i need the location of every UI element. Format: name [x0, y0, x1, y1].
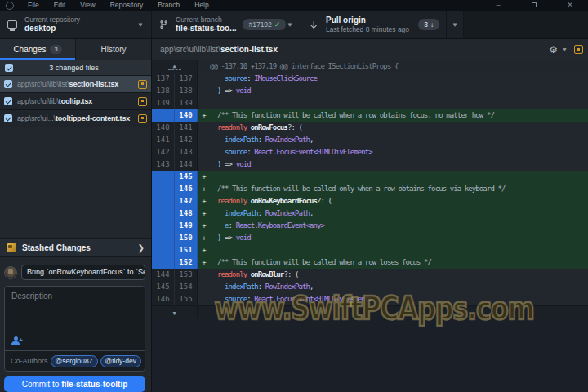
new-line-number[interactable]: 148 [175, 207, 198, 220]
old-line-number[interactable] [152, 256, 175, 269]
menu-branch[interactable]: Branch [150, 0, 187, 11]
diff-line[interactable]: 140+ /** This function will be called wh… [152, 109, 588, 122]
diff-line[interactable]: 145154 indexPath: RowIndexPath, [152, 281, 588, 293]
new-line-number[interactable]: 142 [175, 134, 198, 146]
code-line: + [198, 244, 588, 256]
diff-line[interactable]: 137137 source: IMouseClickSource [152, 73, 588, 85]
diff-line[interactable]: 149+ e: React.KeyboardEvent<any> [152, 220, 588, 232]
diff-expand-down[interactable]: ▼ [152, 305, 588, 318]
old-line-number[interactable]: 139 [152, 97, 175, 109]
file-row-section-list[interactable]: app\src\ui\lib\list\section-list.tsx [0, 76, 151, 93]
diff-line[interactable]: 144153 readonly onRowBlur?: ( [152, 269, 588, 281]
coauthor-pill[interactable]: @sergiou87 [51, 355, 98, 368]
diff-line[interactable]: 143144 ) => void [152, 158, 588, 171]
diff-line[interactable]: 138138 ) => void [152, 85, 588, 97]
new-line-number[interactable]: 150 [175, 232, 198, 244]
commit-form: Bring `onRowKeyboardFocus` to `Se Descri… [0, 257, 151, 392]
diff-line[interactable]: 148+ indexPath: RowIndexPath, [152, 207, 588, 220]
new-line-number[interactable]: 144 [175, 158, 198, 171]
diff-line[interactable]: 152+ /** This function will be called wh… [152, 256, 588, 269]
old-line-number[interactable]: 138 [152, 85, 175, 97]
file-checkbox[interactable] [4, 97, 12, 105]
repository-label: Current repository [24, 16, 80, 24]
new-line-number[interactable]: 154 [175, 281, 198, 293]
stashed-changes-bar[interactable]: Stashed Changes ❯ [0, 238, 151, 257]
diff-line[interactable]: 151+ [152, 244, 588, 256]
old-line-number[interactable] [152, 232, 175, 244]
new-line-number[interactable]: 151 [175, 244, 198, 256]
old-line-number[interactable]: 141 [152, 134, 175, 146]
new-line-number[interactable]: 155 [175, 293, 198, 305]
close-button[interactable]: ✕ [552, 0, 588, 11]
code-line: + e: React.KeyboardEvent<any> [198, 220, 588, 232]
coauthor-pill[interactable]: @tidy-dev [100, 355, 141, 368]
new-line-number[interactable]: 139 [175, 97, 198, 109]
menu-edit[interactable]: Edit [47, 0, 74, 11]
code-line: + [198, 171, 588, 183]
commit-button[interactable]: Commit to file-status-tooltip [4, 376, 145, 392]
code-line: source: React.FocusEvent<HTMLDivElement> [198, 293, 588, 305]
diff-line[interactable]: 146+ /** This function will be called on… [152, 183, 588, 195]
menu-help[interactable]: Help [187, 0, 216, 11]
add-coauthor-icon[interactable]: + [11, 336, 23, 346]
old-line-number[interactable]: 142 [152, 146, 175, 158]
old-line-number[interactable]: 143 [152, 158, 175, 171]
new-line-number[interactable]: 147 [175, 195, 198, 207]
menu-repository[interactable]: Repository [103, 0, 151, 11]
old-line-number[interactable]: 146 [152, 293, 175, 305]
old-line-number[interactable] [152, 220, 175, 232]
new-line-number[interactable]: 145 [175, 171, 198, 183]
gear-icon[interactable]: ⚙ [549, 44, 558, 56]
new-line-number[interactable]: 149 [175, 220, 198, 232]
pull-dropdown-button[interactable]: ▼ [447, 11, 464, 38]
repository-switcher[interactable]: Current repository desktop ▼ [0, 11, 152, 38]
old-line-number[interactable]: 145 [152, 281, 175, 293]
old-line-number[interactable]: 144 [152, 269, 175, 281]
diff-line[interactable]: 150+ ) => void [152, 232, 588, 244]
new-line-number[interactable]: 153 [175, 269, 198, 281]
diff-line[interactable]: 142143 source: React.FocusEvent<HTMLDivE… [152, 146, 588, 158]
file-row-tooltipped-content[interactable]: app\src\ui...\tooltipped-content.tsx [0, 110, 151, 127]
branch-switcher[interactable]: Current branch file-status-too... #17192… [152, 11, 301, 38]
new-line-number[interactable]: 141 [175, 122, 198, 134]
diff-line[interactable]: 146155 source: React.FocusEvent<HTMLDivE… [152, 293, 588, 305]
diff-hunk-header[interactable]: ▲@@ -137,10 +137,19 @@ interface ISectio… [152, 60, 588, 73]
new-line-number[interactable]: 152 [175, 256, 198, 269]
code-line: indexPath: RowIndexPath, [198, 134, 588, 146]
file-checkbox[interactable] [4, 114, 12, 122]
diff-line[interactable]: 145+ [152, 171, 588, 183]
new-line-number[interactable]: 137 [175, 73, 198, 85]
old-line-number[interactable] [152, 171, 175, 183]
new-line-number[interactable]: 140 [175, 109, 198, 122]
diff-line[interactable]: 139139 [152, 97, 588, 109]
diff-line[interactable]: 141142 indexPath: RowIndexPath, [152, 134, 588, 146]
old-line-number[interactable]: 137 [152, 73, 175, 85]
old-line-number[interactable] [152, 207, 175, 220]
tab-changes[interactable]: Changes 3 [0, 39, 75, 60]
new-line-number[interactable]: 146 [175, 183, 198, 195]
old-line-number[interactable] [152, 183, 175, 195]
minimize-button[interactable]: – [480, 0, 516, 11]
file-checkbox[interactable] [4, 80, 12, 88]
expand-down-button[interactable]: ▼ [152, 306, 198, 318]
new-line-number[interactable]: 143 [175, 146, 198, 158]
old-line-number[interactable]: 140 [152, 122, 175, 134]
menu-view[interactable]: View [73, 0, 102, 11]
tab-history[interactable]: History [75, 39, 151, 60]
pull-origin-button[interactable]: Pull origin Last fetched 8 minutes ago 3… [301, 11, 447, 38]
diff-line[interactable]: 140141 readonly onRowFocus?: ( [152, 122, 588, 134]
commit-summary-input[interactable]: Bring `onRowKeyboardFocus` to `Se [21, 265, 145, 280]
commit-description-input[interactable]: Description + [5, 287, 145, 350]
code-line [198, 97, 588, 109]
file-name: tooltipped-content.tsx [56, 114, 130, 122]
old-line-number[interactable] [152, 244, 175, 256]
select-all-checkbox[interactable] [5, 64, 13, 72]
file-row-tooltip[interactable]: app\src\ui\lib\tooltip.tsx [0, 93, 151, 110]
expand-up-button[interactable]: ▲ [152, 60, 198, 73]
new-line-number[interactable]: 138 [175, 85, 198, 97]
old-line-number[interactable] [152, 109, 175, 122]
old-line-number[interactable] [152, 195, 175, 207]
maximize-button[interactable] [516, 0, 552, 11]
diff-line[interactable]: 147+ readonly onRowKeyboardFocus?: ( [152, 195, 588, 207]
menu-file[interactable]: File [20, 0, 47, 11]
